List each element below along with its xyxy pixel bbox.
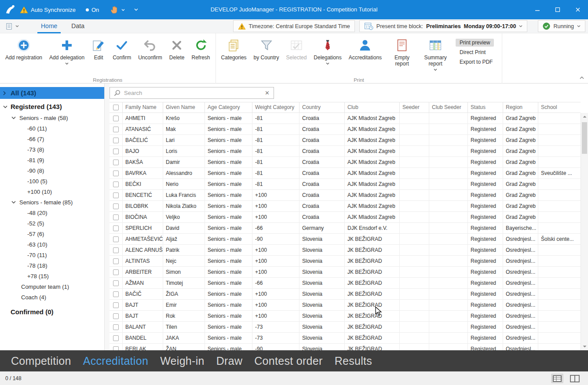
sidebar-item-48-20[interactable]: -48 (20) [0, 207, 104, 218]
close-button[interactable] [568, 0, 588, 19]
print-selected-button[interactable]: Selected [283, 33, 310, 62]
sidebar-item-63-10[interactable]: -63 (10) [0, 239, 104, 250]
print-preview-button[interactable]: Print preview [456, 39, 494, 47]
row-checkbox[interactable] [113, 313, 119, 319]
application-menu-button[interactable] [0, 19, 23, 33]
collapse-ribbon-button[interactable] [580, 73, 584, 81]
table-row[interactable]: BAČELIĆLariSeniors - male-81CroatiaAJK M… [110, 135, 581, 146]
table-row[interactable]: BILOBRKNikola ZlatkoSeniors - male+100Cr… [110, 201, 581, 212]
maximize-button[interactable] [548, 0, 568, 19]
row-checkbox[interactable] [113, 280, 119, 286]
delete-button[interactable]: Delete [166, 33, 188, 62]
add-delegation-button[interactable]: Add delegation [46, 33, 88, 65]
auto-synchronize-toggle[interactable]: Auto Synchronize [20, 6, 76, 14]
table-row[interactable]: SPERLICHDavidSeniors - male-66GermanyDJK… [110, 223, 581, 234]
nav-item-results[interactable]: Results [335, 355, 372, 367]
row-checkbox[interactable] [113, 192, 119, 198]
sidebar-item-computer-team-1[interactable]: Computer team (1) [0, 281, 104, 292]
column-header-status[interactable]: Status [468, 102, 503, 113]
vertical-scrollbar[interactable] [581, 113, 588, 350]
row-checkbox[interactable] [113, 203, 119, 209]
row-checkbox[interactable] [113, 160, 119, 165]
sidebar-item-100-5[interactable]: -100 (5) [0, 176, 104, 186]
table-row[interactable]: BEČKINerioSeniors - male-81CroatiaAJK Ml… [110, 179, 581, 190]
table-row[interactable]: AHMETIKrešoSeniors - male-81CroatiaAJK M… [110, 113, 581, 124]
column-header-family-name[interactable]: Family Name [123, 102, 163, 113]
row-checkbox[interactable] [113, 324, 119, 330]
table-row[interactable]: BIOČINAVeljkoSeniors - male+100CroatiaAJ… [110, 212, 581, 223]
sidebar-item-100-10[interactable]: +100 (10) [0, 186, 104, 197]
sidebar-item-seniors-male-58[interactable]: Seniors - male (58) [0, 113, 104, 123]
export-to-pdf-button[interactable]: Export to PDF [456, 58, 497, 66]
scroll-up-button[interactable] [581, 113, 588, 120]
row-checkbox[interactable] [113, 346, 119, 351]
sidebar-item-90-8[interactable]: -90 (8) [0, 165, 104, 176]
table-row[interactable]: BERLAKŽANSeniors - male-90SloveniaJK BEŽ… [110, 344, 581, 350]
clear-search-icon[interactable]: ✕ [265, 90, 270, 96]
row-checkbox[interactable] [113, 302, 119, 308]
table-row[interactable]: BANDELJAKASeniors - male-73SloveniaJK BE… [110, 333, 581, 344]
table-row[interactable]: BAJOLorisSeniors - male-81CroatiaAJK Mla… [110, 146, 581, 157]
column-header-country[interactable]: Country [299, 102, 345, 113]
sidebar-item-57-6[interactable]: -57 (6) [0, 229, 104, 239]
column-header-club[interactable]: Club [345, 102, 400, 113]
sidebar-item-81-9[interactable]: -81 (9) [0, 155, 104, 165]
chevron-down-icon[interactable] [11, 201, 16, 203]
split-view-toggle[interactable] [569, 374, 581, 383]
row-checkbox[interactable] [113, 127, 119, 132]
scrollbar-thumb[interactable] [582, 122, 587, 154]
sidebar-item-70-11[interactable]: -70 (11) [0, 250, 104, 260]
sync-status-indicator[interactable]: On [86, 7, 99, 13]
table-row[interactable]: BAVRKAAlessandroSeniors - male-81Croatia… [110, 168, 581, 179]
row-checkbox[interactable] [113, 138, 119, 143]
table-row[interactable]: AHMETAŠEVIĆAljažSeniors - male-90Sloveni… [110, 234, 581, 245]
table-row[interactable]: ALTINTASNejcSeniors - male+100SloveniaJK… [110, 256, 581, 267]
sidebar-item-all-143[interactable]: All (143) [0, 87, 104, 99]
print-empty-report-button[interactable]: Empty report [385, 33, 419, 68]
table-row[interactable]: BAJTRokSeniors - male+100SloveniaJK BEŽI… [110, 311, 581, 322]
chevron-down-icon[interactable] [3, 105, 7, 108]
sidebar-item-60-11[interactable]: -60 (11) [0, 123, 104, 134]
nav-item-weigh-in[interactable]: Weigh-in [160, 355, 205, 367]
table-row[interactable]: ARBEITERSimonSeniors - male+100SloveniaJ… [110, 267, 581, 278]
header-checkbox[interactable] [113, 105, 119, 110]
table-row[interactable]: BAČIČŽIGASeniors - male+100SloveniaJK BE… [110, 289, 581, 300]
direct-print-button[interactable]: Direct Print [456, 48, 489, 56]
table-row[interactable]: ALENC ARNUŠPatrikSeniors - male+100Slove… [110, 245, 581, 256]
print-summary-report-button[interactable]: Summary report [419, 33, 452, 72]
minimize-button[interactable] [527, 0, 548, 19]
sidebar-item-78-18[interactable]: -78 (18) [0, 260, 104, 271]
sidebar-item-coach-4[interactable]: Coach (4) [0, 292, 104, 302]
print-by-country-button[interactable]: by Country [250, 33, 283, 62]
sidebar-item-73-8[interactable]: -73 (8) [0, 144, 104, 155]
row-checkbox[interactable] [113, 258, 119, 264]
grid-view-toggle[interactable] [551, 374, 563, 383]
row-checkbox[interactable] [113, 291, 119, 297]
row-checkbox[interactable] [113, 225, 119, 231]
column-header-seeder[interactable]: Seeder [400, 102, 429, 113]
row-checkbox[interactable] [113, 149, 119, 154]
table-row[interactable]: BAJTEmirSeniors - male+100SloveniaJK BEŽ… [110, 300, 581, 311]
row-checkbox[interactable] [113, 236, 119, 242]
row-checkbox[interactable] [113, 171, 119, 176]
hand-tool-button[interactable] [110, 5, 125, 14]
row-checkbox[interactable] [113, 116, 119, 121]
scroll-down-button[interactable] [581, 343, 588, 350]
column-header-age-category[interactable]: Age Category [205, 102, 252, 113]
row-checkbox[interactable] [113, 335, 119, 341]
table-row[interactable]: BENCETIĆLuka FrancisSeniors - male+100Cr… [110, 190, 581, 201]
column-header-club-seeder[interactable]: Club Seeder [429, 102, 468, 113]
table-row[interactable]: BALANTTilenSeniors - male-73SloveniaJK B… [110, 322, 581, 333]
nav-item-accreditation[interactable]: Accreditation [83, 355, 148, 367]
sidebar-item-66-7[interactable]: -66 (7) [0, 134, 104, 144]
sidebar-item-52-5[interactable]: -52 (5) [0, 218, 104, 229]
row-checkbox[interactable] [113, 269, 119, 275]
sidebar-item-registered-143[interactable]: Registered (143) [0, 101, 104, 113]
row-checkbox[interactable] [113, 182, 119, 187]
column-header-given-name[interactable]: Given Name [163, 102, 205, 113]
sidebar-item-78-15[interactable]: +78 (15) [0, 271, 104, 281]
table-row[interactable]: ATANASIĆMakSeniors - male-81CroatiaAJK M… [110, 124, 581, 135]
confirm-button[interactable]: Confirm [109, 33, 135, 62]
running-status-selector[interactable]: Running [538, 20, 585, 32]
sidebar-item-seniors-female-85[interactable]: Seniors - female (85) [0, 197, 104, 207]
